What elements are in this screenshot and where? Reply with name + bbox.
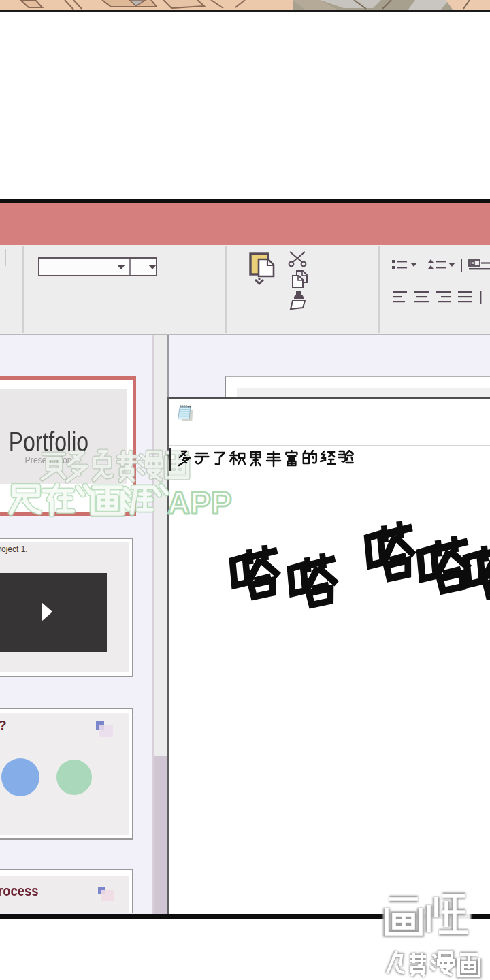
svg-text:APP: APP [167, 485, 232, 521]
